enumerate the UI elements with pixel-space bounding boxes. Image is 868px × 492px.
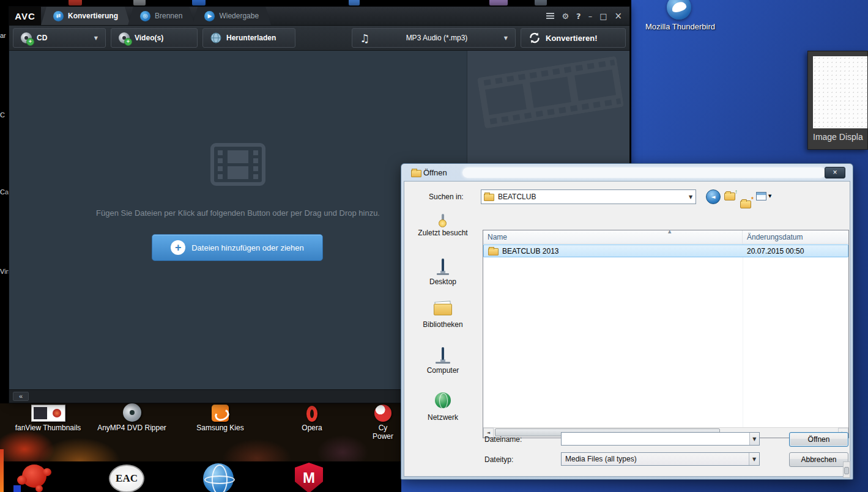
eac-label: EAC	[116, 472, 138, 485]
look-in-label: Suchen in:	[429, 193, 464, 201]
file-list-header: Name Änderungsdatum ▲	[483, 230, 848, 244]
globe-icon	[210, 32, 221, 43]
sidebar-item-label: Computer	[406, 366, 480, 375]
burn-tab-icon: ◎	[140, 11, 150, 21]
desktop-icon-globe-app[interactable]	[203, 463, 234, 492]
filename-combobox[interactable]: ▼	[561, 432, 760, 446]
dialog-titlebar[interactable]: Öffnen ×	[401, 164, 853, 181]
output-format-dropdown[interactable]: ♫ MP3 Audio (*.mp3) ▼	[352, 28, 516, 48]
tab-konvertierung[interactable]: ⇄ Konvertierung	[41, 7, 130, 25]
convert-button[interactable]: Konvertieren!	[521, 28, 626, 48]
avc-toolbar: CD ▼ Video(s) Herunterladen ♫ MP3 Audio …	[9, 25, 629, 51]
partial-desktop-icon	[489, 0, 508, 6]
convert-tab-icon: ⇄	[53, 11, 64, 21]
look-in-combobox[interactable]: BEATCLUB ▼	[481, 189, 696, 204]
opera-icon	[306, 406, 317, 422]
views-menu-button[interactable]: ▼	[756, 192, 771, 200]
tab-label: Brennen	[155, 12, 182, 20]
new-folder-button[interactable]: *	[740, 200, 751, 208]
vertical-scrollbar-fragment[interactable]	[843, 461, 850, 478]
desktop-icon-samsung-kies[interactable]: Samsung Kies	[180, 401, 260, 432]
aero-glass-band	[462, 167, 826, 178]
app-icon	[374, 405, 391, 422]
avc-logo: AVC	[9, 7, 41, 25]
thunderbird-icon[interactable]	[667, 0, 694, 20]
tab-brennen[interactable]: ◎ Brennen	[128, 7, 195, 25]
monitor-icon	[437, 260, 449, 275]
up-one-level-button[interactable]: ↑	[724, 193, 735, 200]
icon-label: Samsung Kies	[180, 424, 260, 432]
filename-input[interactable]	[562, 433, 749, 445]
file-row-beatclub-2013[interactable]: BEATCLUB 2013 20.07.2015 00:50	[483, 244, 848, 257]
wallpaper-fragment	[0, 449, 4, 492]
video-disc-icon	[119, 32, 130, 43]
log-icon[interactable]	[546, 13, 554, 20]
sidebar-item-recent[interactable]: Zuletzt besucht	[406, 215, 480, 237]
sidebar-item-computer[interactable]: Computer	[406, 348, 480, 375]
chevron-down-icon: ▼	[504, 35, 508, 41]
disc-icon	[123, 403, 141, 422]
blue-fragment	[13, 485, 21, 492]
thunderbird-bird-icon	[667, 0, 691, 20]
desktop-icon-anymp4-dvd-ripper[interactable]: AnyMP4 DVD Ripper	[91, 401, 173, 432]
column-header-name[interactable]: Name	[483, 230, 743, 243]
film-frame-icon	[210, 142, 266, 186]
chevron-down-icon: ▼	[94, 35, 98, 41]
desktop-icon-irfanview-thumbnails[interactable]: fanView Thumbnails	[4, 401, 92, 432]
close-button[interactable]: ×	[614, 12, 622, 20]
chevron-down-icon[interactable]: ▼	[749, 433, 759, 445]
settings-gear-icon[interactable]: ⚙	[562, 12, 569, 20]
partial-desktop-icon	[192, 0, 206, 6]
dialog-folder-icon	[411, 170, 421, 177]
sort-ascending-icon: ▲	[668, 230, 671, 234]
desktop-icon-mcafee[interactable]: M	[295, 463, 323, 492]
sidebar-item-label: Desktop	[406, 277, 480, 286]
add-video-button[interactable]: Video(s)	[111, 28, 198, 48]
sidebar-item-label: Netzwerk	[406, 413, 480, 422]
maximize-button[interactable]: □	[599, 12, 607, 20]
cancel-button[interactable]: Abbrechen	[789, 452, 848, 467]
sidebar-item-libraries[interactable]: Bibliotheken	[406, 304, 480, 329]
libraries-folder-icon	[434, 304, 452, 315]
black-strip	[0, 461, 401, 492]
sidebar-item-desktop[interactable]: Desktop	[406, 260, 480, 286]
desktop: Mozilla Thunderbird Image Displa ar C Ca…	[0, 0, 868, 492]
open-button[interactable]: Öffnen	[789, 432, 848, 447]
filetype-combobox[interactable]: Media Files (all types) ▼	[561, 452, 760, 466]
cd-disc-icon	[21, 32, 32, 43]
play-tab-icon: ▶	[204, 11, 215, 21]
desktop-icon-opera[interactable]: Opera	[272, 401, 352, 432]
desktop-icon-irfanview[interactable]	[17, 462, 53, 492]
sidebar-item-network[interactable]: Netzwerk	[406, 392, 480, 422]
help-icon[interactable]: ?	[576, 12, 581, 20]
kies-icon	[212, 405, 229, 422]
download-button[interactable]: Herunterladen	[202, 28, 295, 48]
desktop-icon-eac[interactable]: EAC	[109, 464, 144, 492]
collapse-panel-button[interactable]: «	[13, 392, 29, 401]
back-button[interactable]: ◄	[706, 189, 721, 204]
chevron-down-icon[interactable]: ▼	[686, 194, 696, 200]
add-cd-button[interactable]: CD ▼	[13, 28, 106, 48]
back-arrow-icon: ◄	[711, 194, 716, 200]
add-files-button[interactable]: + Dateien hinzufügen oder ziehen	[152, 234, 323, 261]
chevron-down-icon: ▼	[768, 194, 771, 199]
mcafee-shield-icon: M	[295, 463, 323, 492]
icon-label: Power	[361, 432, 405, 441]
cd-label: CD	[37, 34, 47, 42]
avc-titlebar[interactable]: AVC ⇄ Konvertierung ◎ Brennen ▶ Wiederga…	[9, 7, 629, 25]
desktop-icon-cyberlink-partial[interactable]: Cy Power	[361, 401, 405, 441]
image-display-content	[813, 56, 867, 128]
edge-label: C	[0, 111, 5, 119]
minimize-button[interactable]: –	[588, 12, 593, 20]
file-drop-area[interactable]: Fügen Sie Dateien per Klick auf folgende…	[9, 51, 467, 389]
dialog-close-button[interactable]: ×	[825, 167, 845, 178]
image-display-window[interactable]: Image Displa	[807, 51, 868, 150]
column-header-date[interactable]: Änderungsdatum	[743, 230, 848, 243]
tab-wiedergabe[interactable]: ▶ Wiedergabe	[192, 7, 271, 25]
add-files-label: Dateien hinzufügen oder ziehen	[191, 243, 304, 252]
partial-desktop-icon	[69, 0, 82, 6]
empty-list-hint: Fügen Sie Dateien per Klick auf folgende…	[9, 208, 467, 218]
icon-label: fanView Thumbnails	[4, 424, 92, 432]
videos-label: Video(s)	[135, 34, 163, 42]
chevron-down-icon[interactable]: ▼	[749, 453, 759, 465]
